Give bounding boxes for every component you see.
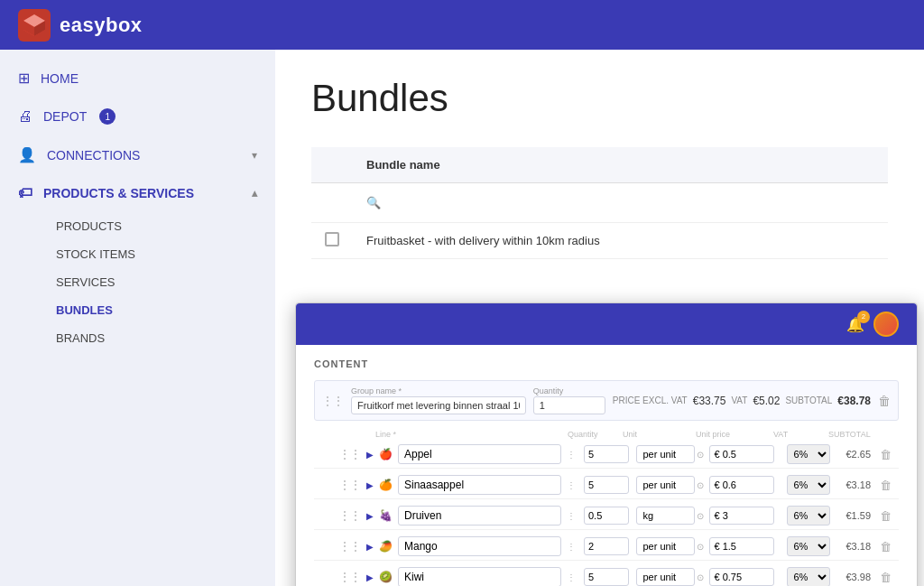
group-delete-btn[interactable]: 🗑	[878, 394, 891, 408]
line-unit-input-1[interactable]	[636, 445, 695, 463]
line-item-icon-4: 🥭	[379, 540, 393, 553]
group-vat-label: VAT	[731, 395, 747, 405]
line-vat-select-3[interactable]: 6% 21% 0%	[787, 506, 830, 526]
bundle-editor-modal: 🔔 2 CONTENT ⋮⋮ Group name *	[295, 302, 918, 586]
line-qty-input-3[interactable]	[584, 507, 629, 525]
group-vat-value: €5.02	[753, 395, 780, 407]
col-label-line: Line *	[375, 430, 544, 439]
line-unit-input-3[interactable]	[636, 507, 695, 525]
line-row-4: ⋮⋮ ▶ 🥭 ⋮ ⊙ 6% 21% 0% €3.18 🗑	[314, 533, 899, 561]
line-subtotal-3: €1.59	[845, 510, 871, 521]
sidebar-item-depot[interactable]: 🖨 DEPOT 1	[0, 98, 275, 135]
line-item-icon-2: 🍊	[379, 479, 393, 491]
line-delete-btn-5[interactable]: 🗑	[880, 571, 892, 584]
line-drag-handle-2[interactable]: ⋮⋮	[339, 479, 361, 491]
table-search-row	[311, 183, 888, 223]
user-avatar[interactable]	[873, 312, 899, 337]
group-qty-input[interactable]	[533, 396, 605, 414]
line-drag-handle-3[interactable]: ⋮⋮	[339, 509, 361, 522]
line-name-input-1[interactable]	[398, 444, 561, 464]
line-delete-btn-3[interactable]: 🗑	[880, 509, 892, 523]
group-price-section: PRICE EXCL. VAT €33.75 VAT €5.02 SUBTOTA…	[613, 395, 871, 407]
line-info-icon-3[interactable]: ⋮	[567, 511, 576, 521]
line-qty-input-1[interactable]	[584, 445, 629, 463]
line-vat-select-2[interactable]: 6% 21% 0%	[787, 475, 830, 495]
line-uprice-input-1[interactable]	[709, 445, 774, 463]
line-unit-input-2[interactable]	[636, 476, 695, 494]
line-name-input-2[interactable]	[398, 475, 561, 495]
line-expand-5[interactable]: ▶	[366, 572, 374, 582]
line-uprice-input-3[interactable]	[709, 507, 774, 525]
logo-icon	[18, 9, 51, 42]
group-name-input[interactable]	[351, 396, 526, 414]
unit-info-icon-5[interactable]: ⊙	[697, 572, 704, 582]
unit-info-icon-1[interactable]: ⊙	[697, 450, 704, 460]
home-icon: ⊞	[18, 70, 30, 87]
modal-body: CONTENT ⋮⋮ Group name * Quantity	[296, 345, 917, 586]
sidebar-item-depot-label: DEPOT	[43, 109, 87, 124]
line-info-icon-1[interactable]: ⋮	[567, 450, 576, 460]
line-drag-handle-1[interactable]: ⋮⋮	[339, 448, 361, 460]
line-info-icon-5[interactable]: ⋮	[567, 572, 576, 582]
line-name-input-4[interactable]	[398, 536, 561, 556]
search-row-input-cell[interactable]	[353, 183, 888, 223]
line-row-2: ⋮⋮ ▶ 🍊 ⋮ ⊙ 6% 21% 0% €3.18 🗑	[314, 471, 899, 499]
line-uprice-input-4[interactable]	[709, 537, 774, 555]
line-row-1: ⋮⋮ ▶ 🍎 ⋮ ⊙ 6% 21% 0% €2.65 🗑	[314, 441, 899, 469]
line-drag-handle-4[interactable]: ⋮⋮	[339, 540, 361, 553]
notification-bell-wrap: 🔔 2	[846, 316, 864, 333]
line-item-icon-1: 🍎	[379, 448, 393, 460]
products-chevron: ▴	[252, 187, 257, 200]
sidebar-item-stock-items[interactable]: STOCK ITEMS	[47, 240, 275, 268]
line-uprice-input-2[interactable]	[709, 476, 774, 494]
group-drag-handle[interactable]: ⋮⋮	[322, 395, 344, 407]
col-label-subtotal: SUBTOTAL	[828, 430, 892, 439]
unit-info-icon-3[interactable]: ⊙	[697, 511, 704, 521]
line-qty-input-4[interactable]	[584, 537, 629, 555]
lines-container: ⋮⋮ ▶ 🍎 ⋮ ⊙ 6% 21% 0% €2.65 🗑 ⋮⋮ ▶ 🍊 ⋮	[314, 441, 899, 586]
line-delete-btn-4[interactable]: 🗑	[880, 540, 892, 553]
line-expand-1[interactable]: ▶	[366, 450, 374, 460]
row-checkbox[interactable]	[325, 232, 339, 246]
page-header: Bundles	[275, 50, 924, 147]
line-vat-select-1[interactable]: 6% 21% 0%	[787, 444, 830, 464]
line-delete-btn-2[interactable]: 🗑	[880, 479, 892, 492]
col-label-unit: Unit	[623, 430, 690, 439]
line-expand-2[interactable]: ▶	[366, 480, 374, 490]
line-vat-select-4[interactable]: 6% 21% 0%	[787, 536, 830, 556]
group-qty-label: Quantity	[533, 386, 605, 395]
line-drag-handle-5[interactable]: ⋮⋮	[339, 571, 361, 583]
sidebar-item-products-sub[interactable]: PRODUCTS	[47, 212, 275, 240]
sidebar-item-brands[interactable]: BRANDS	[47, 324, 275, 352]
group-qty-field-wrap: Quantity	[533, 386, 605, 414]
line-uprice-input-5[interactable]	[709, 568, 774, 586]
line-qty-input-5[interactable]	[584, 568, 629, 586]
line-qty-input-2[interactable]	[584, 476, 629, 494]
line-vat-select-5[interactable]: 6% 21% 0%	[787, 567, 830, 586]
unit-info-icon-4[interactable]: ⊙	[697, 542, 704, 552]
table-header-checkbox-col	[311, 147, 353, 183]
modal-section-title: CONTENT	[314, 358, 899, 369]
line-expand-4[interactable]: ▶	[366, 542, 374, 552]
line-unit-input-5[interactable]	[636, 568, 695, 586]
sidebar-item-bundles[interactable]: BUNDLES	[47, 296, 275, 324]
line-unit-input-4[interactable]	[636, 537, 695, 555]
line-info-icon-4[interactable]: ⋮	[567, 542, 576, 552]
unit-info-icon-2[interactable]: ⊙	[697, 480, 704, 490]
sidebar-item-products-services[interactable]: 🏷 PRODUCTS & SERVICES ▴	[0, 174, 275, 212]
sidebar-item-connections[interactable]: 👤 CONNECTIONS ▾	[0, 135, 275, 174]
sidebar-item-services[interactable]: SERVICES	[47, 268, 275, 296]
bundle-search-input[interactable]	[366, 192, 874, 213]
group-row: ⋮⋮ Group name * Quantity PRICE EXCL. VAT…	[314, 380, 899, 421]
line-item-icon-5: 🥝	[379, 571, 393, 583]
bundles-table-container: Bundle name Fruitbasket - with	[275, 147, 924, 259]
table-row[interactable]: Fruitbasket - with delivery within 10km …	[311, 223, 888, 259]
col-label-unitprice: Unit price	[696, 430, 768, 439]
line-delete-btn-1[interactable]: 🗑	[880, 448, 892, 461]
line-info-icon-2[interactable]: ⋮	[567, 480, 576, 490]
line-name-input-3[interactable]	[398, 506, 561, 526]
sidebar-item-home[interactable]: ⊞ HOME	[0, 59, 275, 98]
line-name-input-5[interactable]	[398, 567, 561, 586]
line-expand-3[interactable]: ▶	[366, 511, 374, 521]
search-row-checkbox-cell	[311, 183, 353, 223]
